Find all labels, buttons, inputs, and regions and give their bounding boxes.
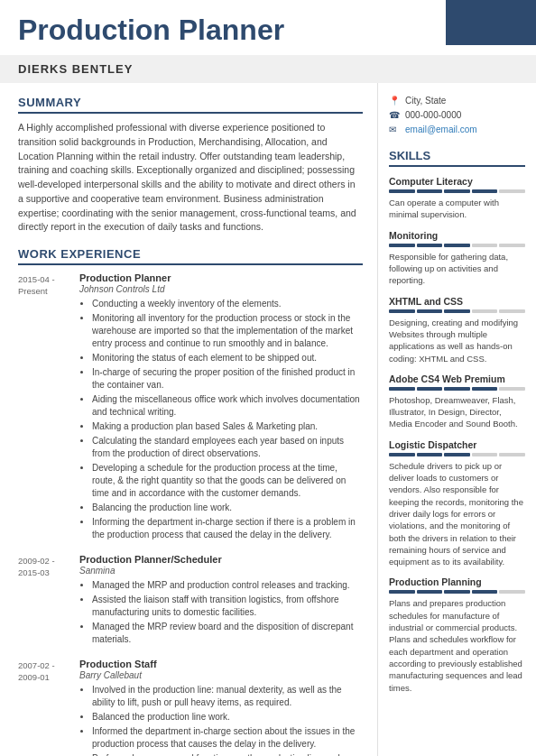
list-item: Informed the department in-charge sectio… [92,725,363,751]
skill-bar-segment [444,244,470,247]
list-item: Managed the MRP review board and the dis… [92,621,363,646]
skill-bar-segment [472,189,498,193]
skill-bar-2 [389,309,525,313]
work-experience-title: WORK EXPERIENCE [18,247,363,265]
summary-section: SUMMARY A Highly accomplished profession… [18,96,363,235]
job-bullets-1: Conducting a weekly inventory of the ele… [79,298,363,541]
location-icon: 📍 [389,96,402,106]
skill-item-3: Adobe CS4 Web PremiumPhotoshop, Dreamwea… [389,373,525,430]
job-details-1: Production Planner Johnson Controls Ltd … [79,272,363,543]
skill-bar-segment [472,309,498,313]
skill-bar-3 [389,387,525,391]
skill-bar-segment [389,387,415,391]
skill-item-1: MonitoringResponsible for gathering data… [389,230,525,287]
contact-phone: ☎ 000-000-0000 [389,110,525,120]
phone-text: 000-000-0000 [405,110,461,120]
list-item: Developing a schedule for the production… [92,462,363,500]
skill-bar-segment [472,590,498,594]
job-bullets-3: Involved in the production line: manual … [79,684,363,756]
skill-bar-segment [499,387,525,391]
skill-bar-1 [389,244,525,247]
skill-bar-segment [417,309,443,313]
skill-name-1: Monitoring [389,230,525,241]
skill-item-5: Production PlanningPlans and prepares pr… [389,576,525,693]
skill-bar-segment [499,309,525,313]
list-item: Monitoring the status of each element to… [92,352,363,364]
skill-bar-segment [417,590,443,594]
skill-item-0: Computer LiteracyCan operate a computer … [389,176,525,221]
skill-bar-segment [499,453,525,456]
list-item: Aiding the miscellaneous office work whi… [92,393,363,419]
location-text: City, State [405,96,446,106]
job-details-3: Production Staff Barry Callebaut Involve… [79,659,363,756]
skills-list: Computer LiteracyCan operate a computer … [389,176,525,694]
email-link[interactable]: email@email.com [405,124,477,134]
main-content: SUMMARY A Highly accomplished profession… [0,83,536,756]
job-entry-3: 2007-02 - 2009-01 Production Staff Barry… [18,659,363,756]
email-icon: ✉ [389,124,402,134]
skill-bar-segment [389,453,415,456]
job-company-3: Barry Callebaut [79,670,363,680]
skill-bar-segment [444,189,470,193]
skill-bar-segment [444,387,470,391]
skill-bar-0 [389,189,525,193]
skill-name-4: Logistic Dispatcher [389,439,525,450]
list-item: Performed one or several functions on th… [92,752,363,756]
skill-bar-segment [389,244,415,247]
contact-location: 📍 City, State [389,96,525,106]
job-company-1: Johnson Controls Ltd [79,284,363,294]
job-entry-2: 2009-02 - 2015-03 Production Planner/Sch… [18,554,363,648]
job-title-2: Production Planner/Scheduler [79,554,363,565]
skill-item-2: XHTML and CSSDesigning, creating and mod… [389,296,525,364]
page-title: Production Planner [18,14,518,46]
skill-bar-segment [444,590,470,594]
contact-section: 📍 City, State ☎ 000-000-0000 ✉ email@ema… [389,96,525,134]
skill-bar-segment [389,590,415,594]
right-column: 📍 City, State ☎ 000-000-0000 ✉ email@ema… [378,83,536,756]
skill-bar-segment [444,309,470,313]
skill-description-5: Plans and prepares production schedules … [389,597,525,693]
skill-bar-segment [472,387,498,391]
skills-title: SKILLS [389,149,525,167]
summary-text: A Highly accomplished professional with … [18,121,363,235]
list-item: Assisted the liaison staff with transiti… [92,594,363,619]
list-item: Balanced the production line work. [92,711,363,724]
job-bullets-2: Managed the MRP and production control r… [79,579,363,646]
job-dates-2: 2009-02 - 2015-03 [18,554,79,648]
skill-description-0: Can operate a computer with minimal supe… [389,197,525,221]
job-dates-1: 2015-04 - Present [18,272,79,543]
skill-bar-segment [417,387,443,391]
list-item: Calculating the standard employees each … [92,435,363,460]
skill-description-3: Photoshop, Dreamweaver, Flash, Illustrat… [389,394,525,430]
job-details-2: Production Planner/Scheduler Sanmina Man… [79,554,363,648]
skill-description-4: Schedule drivers to pick up or deliver l… [389,460,525,568]
job-title-1: Production Planner [79,272,363,283]
list-item: Balancing the production line work. [92,502,363,514]
list-item: In-charge of securing the proper positio… [92,366,363,392]
skill-bar-segment [417,244,443,247]
list-item: Managed the MRP and production control r… [92,579,363,592]
name-bar: DIERKS BENTLEY [0,55,536,83]
job-dates-3: 2007-02 - 2009-01 [18,659,79,756]
job-company-2: Sanmina [79,566,363,576]
skill-name-5: Production Planning [389,576,525,587]
skill-name-2: XHTML and CSS [389,296,525,307]
skill-bar-segment [417,189,443,193]
header-accent [446,0,536,45]
skill-bar-segment [417,453,443,456]
skill-item-4: Logistic DispatcherSchedule drivers to p… [389,439,525,568]
list-item: Making a production plan based Sales & M… [92,420,363,433]
skill-bar-segment [499,590,525,594]
candidate-name: DIERKS BENTLEY [18,62,133,76]
skills-section: SKILLS Computer LiteracyCan operate a co… [389,149,525,694]
header: Production Planner [0,0,536,55]
contact-email: ✉ email@email.com [389,124,525,134]
skill-bar-segment [472,244,498,247]
skill-bar-segment [444,453,470,456]
skill-bar-segment [389,189,415,193]
job-title-3: Production Staff [79,659,363,669]
skill-bar-segment [472,453,498,456]
list-item: Conducting a weekly inventory of the ele… [92,298,363,310]
skill-description-1: Responsible for gathering data, followin… [389,251,525,287]
phone-icon: ☎ [389,110,402,120]
